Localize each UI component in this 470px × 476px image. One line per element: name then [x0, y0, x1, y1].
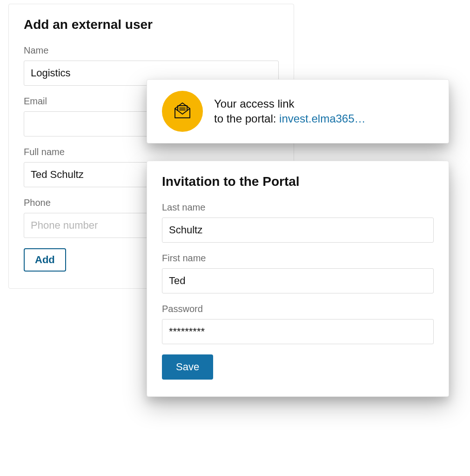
password-input[interactable]	[162, 319, 434, 344]
invitation-title: Invitation to the Portal	[162, 174, 434, 189]
lastname-input[interactable]	[162, 218, 434, 243]
access-link-card: Your access link to the portal: invest.e…	[147, 79, 449, 143]
add-button[interactable]: Add	[24, 248, 66, 272]
portal-link[interactable]: invest.elma365…	[279, 112, 365, 125]
firstname-input[interactable]	[162, 268, 434, 293]
access-link-line1: Your access link	[214, 96, 366, 111]
save-button[interactable]: Save	[162, 354, 213, 380]
password-label: Password	[162, 304, 434, 314]
envelope-icon	[172, 100, 193, 122]
fullname-label: Full name	[24, 147, 279, 157]
firstname-field-group: First name	[162, 253, 434, 293]
firstname-label: First name	[162, 253, 434, 264]
name-label: Name	[24, 45, 279, 56]
access-link-line2: to the portal: invest.elma365…	[214, 111, 366, 126]
lastname-field-group: Last name	[162, 202, 434, 243]
access-link-text: Your access link to the portal: invest.e…	[214, 96, 366, 127]
password-field-group: Password	[162, 304, 434, 344]
lastname-label: Last name	[162, 202, 434, 213]
access-link-prefix: to the portal:	[214, 112, 279, 125]
add-user-title: Add an external user	[24, 17, 279, 32]
invitation-card: Invitation to the Portal Last name First…	[147, 161, 449, 397]
envelope-icon-circle	[162, 91, 203, 132]
